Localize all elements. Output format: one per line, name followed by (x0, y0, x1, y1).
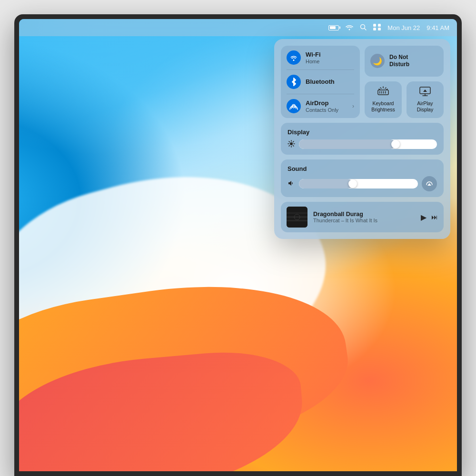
dnd-icon: 🌙 (370, 54, 385, 68)
svg-rect-28 (287, 216, 307, 218)
cc-right-column: 🌙 Do NotDisturb (365, 46, 444, 118)
track-title: Dragonball Durag (313, 211, 415, 218)
track-artist: Thundercat – It Is What It Is (313, 218, 415, 223)
airdrop-chevron-icon: › (352, 103, 354, 109)
cc-bottom-icons: KeyboardBrightness A (365, 81, 444, 118)
menubar: Mon Jun 22 9:41 AM (19, 19, 457, 36)
svg-line-24 (293, 145, 294, 146)
display-slider-thumb (391, 140, 400, 149)
network-group: Wi-Fi Home (281, 46, 360, 118)
svg-rect-5 (378, 28, 381, 30)
airdrop-label: AirDrop (306, 99, 347, 107)
airdrop-sub: Contacts Only (306, 107, 347, 113)
skip-button[interactable]: ⏭ (431, 213, 438, 221)
mac-shell: Mon Jun 22 9:41 AM (14, 14, 462, 476)
keyboard-brightness-icon (377, 86, 389, 99)
search-menubar-icon[interactable] (360, 24, 367, 32)
keyboard-brightness-label: KeyboardBrightness (371, 100, 395, 113)
wifi-menubar-icon[interactable] (346, 24, 353, 32)
menubar-right: Mon Jun 22 9:41 AM (328, 24, 449, 32)
sound-section: Sound (281, 159, 444, 197)
wifi-info: Wi-Fi Home (306, 51, 354, 64)
svg-line-16 (387, 89, 387, 89)
display-slider-track[interactable] (299, 139, 437, 149)
media-controls: ▶ ⏭ (421, 213, 438, 222)
sound-airplay-button[interactable] (422, 176, 437, 191)
battery-icon[interactable] (328, 25, 339, 30)
sound-slider-thumb (348, 179, 357, 188)
airplay-display-icon (419, 86, 431, 99)
svg-line-26 (289, 145, 289, 146)
svg-line-23 (289, 141, 289, 142)
volume-icon (288, 180, 295, 188)
svg-line-13 (380, 88, 381, 89)
svg-line-15 (379, 89, 380, 89)
track-info: Dragonball Durag Thundercat – It Is What… (313, 211, 415, 223)
sound-title: Sound (288, 165, 437, 172)
wifi-item[interactable]: Wi-Fi Home (287, 50, 354, 65)
bluetooth-icon-circle (287, 75, 301, 89)
airdrop-icon-circle (287, 99, 301, 113)
wifi-sub: Home (306, 59, 354, 64)
play-button[interactable]: ▶ (421, 213, 426, 222)
keyboard-brightness-tile[interactable]: KeyboardBrightness (365, 81, 402, 118)
cc-top-row: Wi-Fi Home (281, 46, 444, 118)
svg-rect-2 (373, 24, 376, 27)
airplay-display-label: AirPlayDisplay (417, 100, 433, 113)
svg-line-14 (385, 88, 386, 89)
sound-slider-fill (299, 179, 353, 188)
sound-row (288, 176, 437, 191)
dnd-label: Do NotDisturb (389, 54, 409, 69)
divider-2 (287, 94, 354, 94)
control-center-menubar-icon[interactable] (373, 24, 381, 32)
airplay-display-tile[interactable]: AirPlayDisplay (407, 81, 444, 118)
mac-screen: Mon Jun 22 9:41 AM (19, 19, 457, 471)
display-section: Display (281, 123, 444, 155)
svg-line-1 (365, 28, 367, 30)
wifi-icon-circle (287, 50, 301, 65)
album-art-fill (287, 207, 307, 228)
wifi-label: Wi-Fi (306, 51, 354, 59)
divider-1 (287, 69, 354, 70)
bluetooth-label: Bluetooth (306, 78, 354, 86)
display-slider-fill (299, 139, 396, 149)
svg-line-25 (293, 141, 294, 142)
svg-rect-3 (378, 24, 381, 27)
now-playing-section: Dragonball Durag Thundercat – It Is What… (281, 202, 444, 232)
airdrop-info: AirDrop Contacts Only (306, 99, 347, 113)
airdrop-item[interactable]: AirDrop Contacts Only › (287, 99, 354, 113)
bluetooth-info: Bluetooth (306, 78, 354, 86)
dnd-tile[interactable]: 🌙 Do NotDisturb (365, 46, 444, 77)
display-slider-row (288, 139, 437, 149)
display-title: Display (288, 129, 437, 136)
svg-rect-30 (287, 212, 307, 214)
battery-body (328, 25, 339, 30)
sound-slider-track[interactable] (299, 179, 418, 188)
svg-rect-4 (373, 28, 376, 30)
album-art (287, 207, 307, 228)
battery-fill (330, 26, 336, 29)
brightness-icon (288, 140, 295, 149)
menubar-time[interactable]: 9:41 AM (426, 24, 449, 31)
bluetooth-item[interactable]: Bluetooth (287, 75, 354, 89)
control-center-panel: Wi-Fi Home (274, 39, 450, 239)
menubar-date[interactable]: Mon Jun 22 (387, 24, 420, 31)
svg-point-18 (290, 142, 293, 145)
